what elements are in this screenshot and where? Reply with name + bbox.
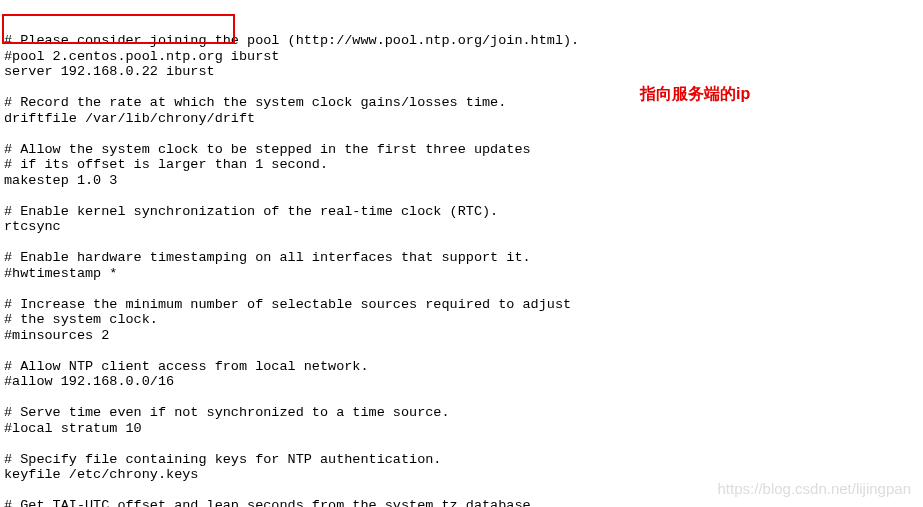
terminal-line: #minsources 2	[4, 328, 919, 344]
terminal-line	[4, 80, 919, 96]
terminal-line: # Enable kernel synchronization of the r…	[4, 204, 919, 220]
terminal-line	[4, 126, 919, 142]
terminal-line	[4, 235, 919, 251]
terminal-line: # Record the rate at which the system cl…	[4, 95, 919, 111]
terminal-line: # the system clock.	[4, 312, 919, 328]
terminal-line: # Increase the minimum number of selecta…	[4, 297, 919, 313]
terminal-line: rtcsync	[4, 219, 919, 235]
terminal-line	[4, 390, 919, 406]
terminal-line: # Allow the system clock to be stepped i…	[4, 142, 919, 158]
terminal-line: #allow 192.168.0.0/16	[4, 374, 919, 390]
watermark-text: https://blog.csdn.net/lijingpan	[718, 480, 911, 497]
terminal-output[interactable]: # Please consider joining the pool (http…	[0, 0, 923, 507]
terminal-line: #pool 2.centos.pool.ntp.org iburst	[4, 49, 919, 65]
terminal-line: #hwtimestamp *	[4, 266, 919, 282]
terminal-line: makestep 1.0 3	[4, 173, 919, 189]
terminal-line: # if its offset is larger than 1 second.	[4, 157, 919, 173]
terminal-line: #local stratum 10	[4, 421, 919, 437]
terminal-line: server 192.168.0.22 iburst	[4, 64, 919, 80]
terminal-line	[4, 343, 919, 359]
terminal-line: # Serve time even if not synchronized to…	[4, 405, 919, 421]
terminal-line: # Enable hardware timestamping on all in…	[4, 250, 919, 266]
terminal-line: # Get TAI-UTC offset and leap seconds fr…	[4, 498, 919, 507]
annotation-label: 指向服务端的ip	[640, 85, 750, 103]
terminal-line: driftfile /var/lib/chrony/drift	[4, 111, 919, 127]
terminal-line	[4, 436, 919, 452]
terminal-line: # Allow NTP client access from local net…	[4, 359, 919, 375]
terminal-line: # Specify file containing keys for NTP a…	[4, 452, 919, 468]
terminal-line	[4, 281, 919, 297]
terminal-line: # Please consider joining the pool (http…	[4, 33, 919, 49]
terminal-line	[4, 188, 919, 204]
